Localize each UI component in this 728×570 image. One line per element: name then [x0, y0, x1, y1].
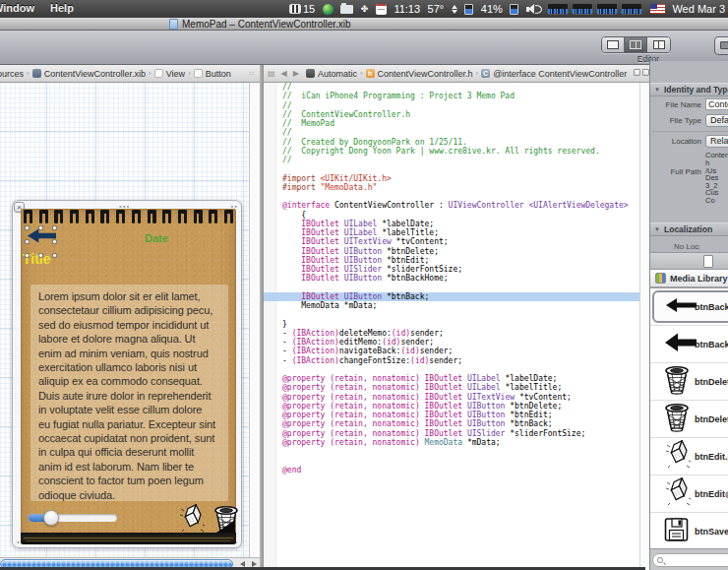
code-line[interactable]: @property (retain, nonatomic) IBOutlet U… [282, 383, 629, 392]
status-temp[interactable]: 57° [428, 3, 445, 15]
gauge-icon-1[interactable] [464, 4, 473, 15]
status-time[interactable]: 11:13 [394, 3, 420, 15]
code-line[interactable]: IBOutlet UIButton *btnBack; [282, 292, 629, 301]
identity-section-header[interactable]: Identity and Type [650, 83, 728, 96]
breadcrumb-view[interactable]: View [166, 69, 185, 79]
code-line[interactable]: // Created by DongyoonPark on 1/25/11. [282, 138, 629, 147]
status-calendar[interactable] [376, 4, 387, 15]
jumpbar-menu-icon[interactable]: ∷ [250, 70, 255, 78]
flag-icon[interactable] [650, 4, 665, 14]
media-item-btnBack2xpng[interactable]: btnBack@2x.png [650, 326, 728, 363]
code-line[interactable]: - (IBAction)deleteMemo:(id)sender; [282, 329, 629, 338]
code-line[interactable] [282, 164, 629, 173]
status-folder[interactable] [340, 5, 353, 14]
code-line[interactable]: #import <UIKit/UIKit.h> [282, 174, 629, 183]
status-percent[interactable]: 41% [481, 3, 503, 15]
status-date[interactable]: Wed Mar 3 [672, 3, 725, 15]
code-line[interactable]: // MemoPad [282, 119, 629, 128]
breadcrumb-interface[interactable]: @interface ContentViewController [493, 69, 627, 79]
code-line[interactable]: IBOutlet UIButton *btnEdit; [282, 256, 629, 265]
code-line[interactable]: IBOutlet UITextView *tvContent; [282, 237, 629, 246]
code-line[interactable] [282, 456, 629, 465]
code-line[interactable]: IBOutlet UIButton *btnBackHome; [282, 274, 629, 283]
code-line[interactable]: IBOutlet UIButton *btnDelete; [282, 247, 629, 256]
breadcrumb-button[interactable]: Button [206, 69, 231, 79]
speaker-icon[interactable] [526, 4, 540, 15]
file-type-popup[interactable]: Default - C Header [705, 114, 728, 127]
updown-icon[interactable] [452, 5, 457, 14]
media-item-btnEditpng[interactable]: btnEdit.png [650, 438, 728, 475]
code-line[interactable]: IBOutlet UISlider *sliderFontSize; [282, 265, 629, 274]
code-line[interactable]: @property (retain, nonatomic) IBOutlet U… [282, 393, 629, 402]
code-line[interactable]: - (IBAction)changeFontSize:(id)sender; [282, 356, 629, 365]
code-line[interactable]: // [282, 101, 629, 110]
code-line[interactable]: - (IBAction)editMemo:(id)sender; [282, 338, 629, 347]
code-line[interactable]: MemoData *mData; [282, 301, 629, 310]
code-line[interactable]: IBOutlet UILabel *labelTitle; [282, 228, 629, 237]
code-line[interactable] [282, 310, 629, 319]
code-line[interactable]: - (IBAction)navigateBack:(id)sender; [282, 347, 629, 355]
code-line[interactable]: // ContentViewController.h [282, 110, 629, 119]
breadcrumb-header[interactable]: ContentViewController.h [378, 69, 473, 79]
localization-section-header[interactable]: Localization [650, 222, 728, 236]
slider-thumb[interactable] [43, 510, 59, 526]
library-bar[interactable] [650, 252, 728, 270]
status-paw[interactable]: ✤ [361, 4, 369, 14]
breadcrumb-automatic[interactable]: Automatic [318, 69, 357, 79]
code-lines[interactable]: //// iCan iPhone4 Programming : Project … [282, 83, 629, 475]
code-line[interactable]: // iCan iPhone4 Programming : Project 3 … [282, 92, 629, 100]
gauge-icon-2[interactable] [510, 4, 518, 15]
code-line[interactable]: // Copyright Dong Yoon Park | www.cre8iv… [282, 147, 629, 156]
code-line[interactable]: @interface ContentViewController : UIVie… [282, 201, 629, 210]
media-item-btnDelete2xpng[interactable]: btnDelete@2x.png [650, 401, 728, 438]
code-line[interactable]: @property (retain, nonatomic) IBOutlet U… [282, 419, 629, 428]
code-line[interactable]: #import "MemoData.h" [282, 183, 629, 192]
code-line[interactable]: @property (retain, nonatomic) MemoData *… [282, 438, 629, 447]
media-item-btnEdit2xpng[interactable]: btnEdit@2x.png [650, 475, 728, 513]
menu-window[interactable]: Window [0, 2, 34, 14]
menu-help[interactable]: Help [50, 2, 74, 14]
code-line[interactable]: { [282, 211, 629, 220]
assistant-editor-button[interactable] [625, 37, 647, 52]
code-line[interactable] [282, 284, 629, 292]
media-item-btnDeletepng[interactable]: btnDelete.png [650, 363, 728, 401]
code-line[interactable]: } [282, 320, 629, 329]
cpu-monitor[interactable] [547, 3, 642, 15]
standard-editor-button[interactable] [602, 37, 625, 52]
code-line[interactable]: @end [282, 466, 629, 475]
code-line[interactable]: @property (retain, nonatomic) IBOutlet U… [282, 429, 629, 438]
code-line[interactable]: @property (retain, nonatomic) IBOutlet U… [282, 402, 629, 411]
related-items-icon[interactable]: ▤ [268, 69, 275, 78]
ib-view-window[interactable]: × ••• •• •• ••• •• Date Title Lorem ipsu… [12, 200, 242, 548]
selection-handle[interactable] [38, 225, 43, 230]
selection-handle[interactable] [25, 225, 30, 230]
font-size-slider[interactable] [29, 514, 117, 522]
selection-handle[interactable] [25, 253, 30, 258]
media-library-selector[interactable]: Media Library [650, 270, 728, 287]
code-line[interactable]: @property (retain, nonatomic) IBOutlet U… [282, 411, 629, 419]
canvas-vscroll-track[interactable] [249, 83, 260, 557]
selection-handle[interactable] [52, 239, 57, 244]
version-editor-button[interactable] [647, 37, 670, 52]
code-gutter[interactable] [264, 83, 276, 570]
location-popup[interactable]: Relative to Group [705, 135, 728, 148]
selection-handle[interactable] [52, 225, 57, 230]
selection-handle[interactable] [52, 253, 57, 258]
code-line[interactable]: @property (retain, nonatomic) IBOutlet U… [282, 374, 629, 383]
code-line[interactable]: // [282, 83, 629, 92]
media-item-btnBackpng[interactable]: btnBack.png [650, 288, 728, 326]
view-buttons-fragment[interactable] [714, 36, 728, 55]
selection-handle[interactable] [25, 239, 30, 244]
code-line[interactable]: // [282, 156, 629, 164]
status-orb[interactable] [323, 4, 334, 15]
media-item-btnSavepng[interactable]: btnSave.png [650, 513, 728, 550]
notepad-view[interactable]: Date Title Lorem ipsum dolor sit er elit… [21, 209, 236, 544]
assistant-editor-buttons[interactable] [634, 69, 649, 76]
status-battery[interactable]: 15 [289, 3, 315, 15]
code-line[interactable]: // [282, 128, 629, 137]
breadcrumb-xib[interactable]: ContentViewController.xib [44, 69, 146, 79]
breadcrumb-resources[interactable]: Resources [0, 69, 24, 79]
back-button[interactable] [27, 227, 56, 248]
selection-handle[interactable] [38, 253, 43, 258]
code-vscroll-track[interactable] [639, 83, 649, 570]
